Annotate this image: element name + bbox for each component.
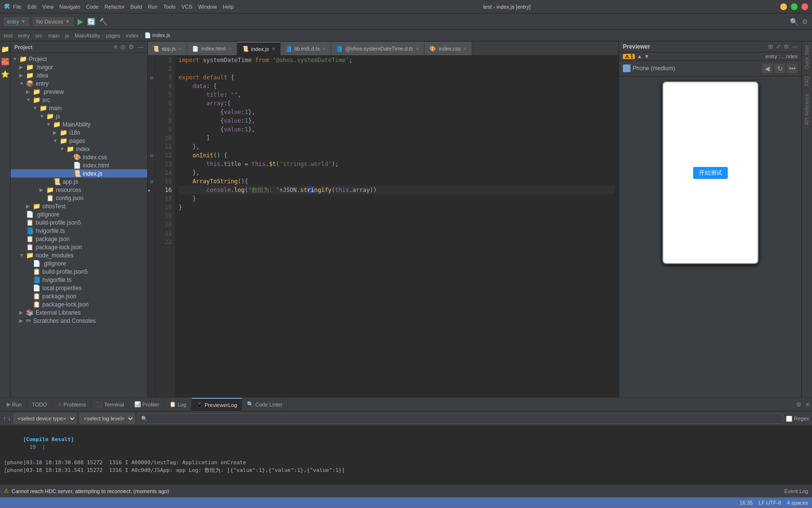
- gutter-fold[interactable]: ⊖: [148, 73, 155, 82]
- tab-previewer-log[interactable]: 📱 PreviewerLog: [192, 398, 242, 411]
- menu-build[interactable]: Build: [130, 4, 142, 10]
- device-type-select[interactable]: <select device type>: [13, 413, 77, 424]
- previewer-header-icons[interactable]: ⊞ ⤢ ⚙ —: [768, 43, 798, 50]
- tree-item-hvigor[interactable]: ▶ 📁 .hvigor: [11, 63, 147, 71]
- device-selector[interactable]: No Devices ▼: [33, 17, 73, 26]
- tab-terminal[interactable]: ⬛ Terminal: [91, 398, 129, 411]
- faq-btn[interactable]: FAQ: [803, 75, 811, 88]
- breadcrumb-item[interactable]: index: [126, 33, 139, 38]
- menu-refactor[interactable]: Refactor: [104, 4, 125, 10]
- log-settings-icon[interactable]: ⚙: [796, 401, 801, 408]
- tree-item-package-json[interactable]: ▶ 📋 package.json: [11, 235, 147, 243]
- nav-rotate-button[interactable]: ↻: [774, 64, 785, 73]
- editor-content[interactable]: ⊖ ⊖ ⊖ ● 1 2 3 4: [148, 56, 619, 397]
- settings-icon[interactable]: ⚙: [129, 43, 134, 51]
- maximize-button[interactable]: [791, 3, 798, 10]
- tree-item-index-html[interactable]: ▶ 📄 index.html: [11, 161, 147, 169]
- sync-button[interactable]: 🔄: [87, 18, 95, 25]
- log-search-input[interactable]: [138, 413, 783, 424]
- close-button[interactable]: [801, 3, 808, 10]
- tree-item-index-css[interactable]: ▶ 🎨 index.css: [11, 153, 147, 161]
- settings-icon[interactable]: ⚙: [784, 43, 789, 50]
- tab-problems[interactable]: ⚠ Problems: [52, 398, 91, 411]
- menu-edit[interactable]: Edit: [27, 4, 37, 10]
- menu-run[interactable]: Run: [148, 4, 157, 10]
- tree-item-index[interactable]: ▼ 📁 index: [11, 145, 147, 153]
- build-button[interactable]: 🔨: [99, 18, 107, 25]
- breadcrumb-item[interactable]: MainAbility: [75, 33, 100, 38]
- tab-index-js[interactable]: 📜 index.js ✕: [237, 42, 281, 55]
- tab-profiler[interactable]: 📊 Profiler: [129, 398, 165, 411]
- tree-item-src[interactable]: ▼ 📁 src: [11, 96, 147, 104]
- menu-tools[interactable]: Tools: [163, 4, 176, 10]
- tree-item-build-profile[interactable]: ▶ 📋 build-profile.json5: [11, 218, 147, 227]
- menu-file[interactable]: File: [13, 4, 22, 10]
- menu-navigate[interactable]: Navigate: [59, 4, 80, 10]
- tab-code-linter[interactable]: 🔍 Code Linter: [242, 398, 288, 411]
- tab-log[interactable]: 📋 Log: [165, 398, 192, 411]
- tab-close-icon[interactable]: ✕: [271, 46, 275, 51]
- tree-item-app-js[interactable]: ▶ 📜 app.js: [11, 178, 147, 186]
- sidebar-header-icons[interactable]: ≡ ◎ ⚙ —: [114, 43, 143, 51]
- tree-item-index-js[interactable]: ▶ 📜 index.js: [11, 169, 147, 178]
- tab-run[interactable]: ▶ Run: [2, 398, 27, 411]
- tab-close-icon[interactable]: ✕: [228, 46, 232, 51]
- warning-nav-up[interactable]: ▲: [637, 53, 642, 59]
- menu-bar[interactable]: File Edit View Navigate Code Refactor Bu…: [13, 4, 233, 10]
- previewer-nav[interactable]: ◀ ↻ •••: [762, 64, 798, 73]
- tree-item-preview[interactable]: ▶ 📁 .preview: [11, 88, 147, 96]
- log-level-select[interactable]: <select log level>: [79, 413, 135, 424]
- tab-ohos-datetime[interactable]: 📘 @ohos.systemDateTime.d.ts ✕: [331, 42, 425, 55]
- favorites-panel-icon[interactable]: ⭐: [1, 70, 9, 78]
- regex-checkbox[interactable]: [786, 416, 792, 422]
- phone-test-button[interactable]: 开始测试: [693, 167, 728, 179]
- tree-item-package-lock[interactable]: ▶ 📋 package-lock.json: [11, 243, 147, 251]
- breadcrumb-item[interactable]: entry: [18, 33, 29, 38]
- breadcrumb-item[interactable]: main: [48, 33, 60, 38]
- hide-previewer-icon[interactable]: —: [792, 43, 798, 50]
- project-panel-icon[interactable]: 📁: [1, 45, 9, 53]
- close-panel-icon[interactable]: ✕: [805, 401, 810, 408]
- tab-app-js[interactable]: 📜 app.js ✕: [148, 42, 187, 55]
- tab-close-icon[interactable]: ✕: [322, 46, 326, 51]
- tree-item-resources[interactable]: ▶ 📁 resources: [11, 186, 147, 194]
- tab-index-html[interactable]: 📄 index.html ✕: [187, 42, 237, 55]
- run-button[interactable]: ▶: [77, 17, 83, 26]
- gutter-fold[interactable]: ⊖: [148, 151, 155, 160]
- tree-item-i18n[interactable]: ▶ 📁 i18n: [11, 128, 147, 137]
- log-arrows[interactable]: ↑ ↓: [3, 415, 11, 422]
- tree-item-config-json[interactable]: ▶ 📋 config.json: [11, 194, 147, 202]
- log-arrow-down[interactable]: ↓: [8, 415, 11, 422]
- breadcrumb-item[interactable]: js: [65, 33, 69, 38]
- search-everywhere-icon[interactable]: 🔍: [790, 18, 798, 25]
- nav-back-button[interactable]: ◀: [762, 64, 773, 73]
- bottom-tabs-right[interactable]: ⚙ ✕: [796, 401, 810, 408]
- tree-item-js[interactable]: ▼ 📁 js: [11, 112, 147, 120]
- event-log-link[interactable]: Event Log: [784, 488, 808, 494]
- locate-file-icon[interactable]: ◎: [120, 43, 126, 51]
- warning-nav-down[interactable]: ▼: [644, 53, 649, 59]
- tree-item-pages[interactable]: ▼ 📁 pages: [11, 137, 147, 145]
- nav-more-button[interactable]: •••: [787, 64, 798, 73]
- tab-close-icon[interactable]: ✕: [463, 46, 467, 51]
- breadcrumb-item[interactable]: test: [4, 33, 13, 38]
- tab-close-icon[interactable]: ✕: [415, 46, 419, 51]
- tree-item-nm-gitignore[interactable]: ▶ 📄 .gitignore: [11, 259, 147, 267]
- menu-code[interactable]: Code: [86, 4, 99, 10]
- structure-panel-icon[interactable]: 🧱: [1, 58, 9, 65]
- regex-checkbox-label[interactable]: Regex: [786, 416, 809, 422]
- menu-vcs[interactable]: VCS: [181, 4, 193, 10]
- collapse-all-icon[interactable]: ≡: [114, 43, 117, 51]
- tree-item-ohostest[interactable]: ▶ 📁 ohosTest: [11, 202, 147, 210]
- minimize-button[interactable]: [780, 3, 787, 10]
- tree-item-external-libs[interactable]: ▶ 📚 External Libraries: [11, 308, 147, 317]
- tree-item-hvigorfile[interactable]: ▶ 📘 hvigorfile.ts: [11, 227, 147, 235]
- entry-selector[interactable]: entry ▼: [4, 17, 29, 26]
- breadcrumb-item[interactable]: src: [36, 33, 43, 38]
- tree-item-nm-hvigor[interactable]: ▶ 📘 hvigorfile.ts: [11, 276, 147, 284]
- tree-item-idea[interactable]: ▶ 📁 .idea: [11, 71, 147, 79]
- tree-item-nm-package-lock[interactable]: ▶ 📋 package-lock.json: [11, 300, 147, 308]
- window-controls[interactable]: [780, 3, 808, 10]
- menu-view[interactable]: View: [42, 4, 54, 10]
- tree-item-entry[interactable]: ▼ 📦 entry: [11, 79, 147, 88]
